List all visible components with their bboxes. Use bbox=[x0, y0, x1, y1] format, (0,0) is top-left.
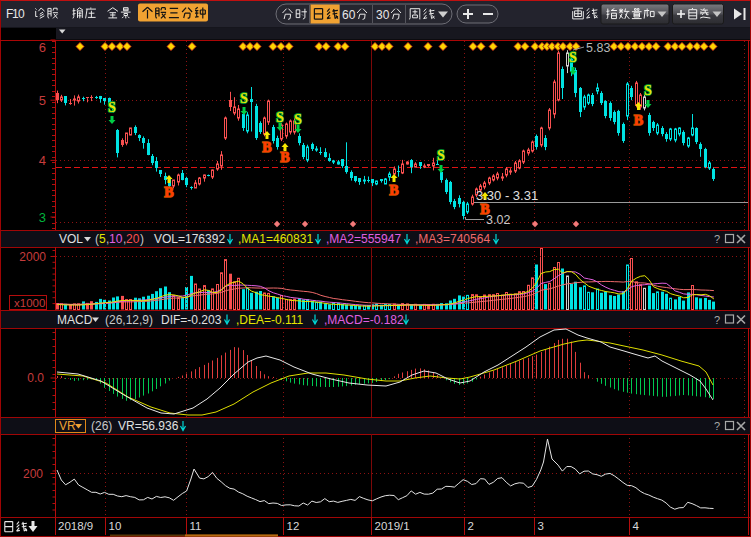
svg-text:): ) bbox=[140, 232, 144, 246]
svg-text:11: 11 bbox=[190, 520, 202, 532]
svg-text:5: 5 bbox=[99, 232, 106, 246]
svg-text:2018/9: 2018/9 bbox=[58, 520, 93, 532]
svg-text:VOL: VOL bbox=[59, 232, 83, 246]
svg-text:x1000: x1000 bbox=[14, 297, 45, 309]
svg-text:MACD: MACD bbox=[57, 313, 93, 327]
svg-text:6: 6 bbox=[39, 40, 46, 55]
svg-text:3.02: 3.02 bbox=[486, 213, 510, 227]
svg-text:200: 200 bbox=[23, 467, 43, 481]
svg-text:,DEA=-0.111: ,DEA=-0.111 bbox=[236, 313, 304, 327]
svg-text:?: ? bbox=[714, 233, 720, 245]
svg-text:5: 5 bbox=[39, 93, 46, 108]
svg-text:(26): (26) bbox=[91, 419, 112, 433]
svg-text:VR=56.936: VR=56.936 bbox=[118, 419, 179, 433]
svg-text:2019/1: 2019/1 bbox=[375, 520, 410, 532]
svg-text:?: ? bbox=[714, 314, 720, 326]
svg-text:S: S bbox=[276, 110, 284, 125]
svg-text:10: 10 bbox=[109, 232, 123, 246]
svg-text:3.30 - 3.31: 3.30 - 3.31 bbox=[476, 188, 538, 203]
svg-text:10: 10 bbox=[109, 520, 122, 532]
svg-text:S: S bbox=[569, 50, 577, 65]
svg-text:0: 0 bbox=[18, 7, 25, 21]
svg-text:(26,12,9): (26,12,9) bbox=[105, 313, 153, 327]
svg-text:2: 2 bbox=[468, 520, 474, 532]
svg-text:S: S bbox=[294, 112, 302, 127]
svg-text:S: S bbox=[240, 91, 248, 106]
svg-text:B: B bbox=[262, 140, 271, 155]
svg-text:3: 3 bbox=[538, 520, 544, 532]
svg-text:2000: 2000 bbox=[19, 250, 46, 264]
svg-text:B: B bbox=[389, 183, 398, 198]
svg-text:DIF=-0.203: DIF=-0.203 bbox=[161, 313, 222, 327]
svg-text:B: B bbox=[164, 185, 173, 200]
svg-text:0.0: 0.0 bbox=[27, 371, 44, 385]
svg-text:4: 4 bbox=[633, 520, 640, 532]
svg-text:12: 12 bbox=[287, 520, 300, 532]
svg-text:VOL=176392: VOL=176392 bbox=[154, 232, 225, 246]
svg-text:5.83: 5.83 bbox=[586, 41, 610, 55]
svg-text:,MACD=-0.182: ,MACD=-0.182 bbox=[324, 313, 404, 327]
svg-text:,MA2=555947: ,MA2=555947 bbox=[326, 232, 401, 246]
svg-text:VR: VR bbox=[59, 419, 76, 433]
svg-text:B: B bbox=[280, 150, 289, 165]
svg-text:B: B bbox=[634, 113, 643, 128]
svg-text:3: 3 bbox=[39, 210, 46, 225]
svg-text:,MA1=460831: ,MA1=460831 bbox=[238, 232, 313, 246]
svg-text:20: 20 bbox=[126, 232, 140, 246]
svg-text:S: S bbox=[437, 148, 445, 163]
svg-text:60: 60 bbox=[342, 8, 356, 22]
svg-text:S: S bbox=[108, 100, 116, 115]
svg-text:S: S bbox=[644, 83, 652, 98]
svg-text:30: 30 bbox=[376, 8, 390, 22]
svg-text:,MA3=740564: ,MA3=740564 bbox=[415, 232, 490, 246]
svg-text:?: ? bbox=[714, 420, 720, 432]
svg-text:4: 4 bbox=[39, 153, 46, 168]
